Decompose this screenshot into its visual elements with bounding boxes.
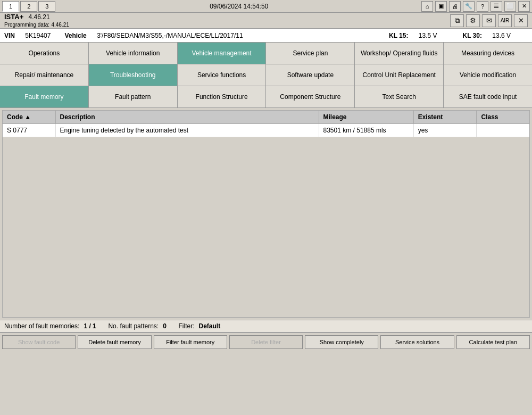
nav-service-plan[interactable]: Service plan bbox=[266, 43, 355, 64]
bottom-btn-service-solutions[interactable]: Service solutions bbox=[380, 335, 454, 349]
tab-2[interactable]: 2 bbox=[20, 1, 37, 12]
nav-operations[interactable]: Operations bbox=[0, 43, 89, 64]
kl-right: KL 15: 13.5 V KL 30: 13.6 V bbox=[389, 32, 528, 39]
gear-icon[interactable]: ⚙ bbox=[466, 14, 480, 27]
bottom-btn-show-completely[interactable]: Show completely bbox=[305, 335, 378, 349]
nav-vehicle-information[interactable]: Vehicle information bbox=[89, 43, 178, 64]
table-row[interactable]: S 0777 Engine tuning detected by the aut… bbox=[3, 124, 529, 137]
col-existent[interactable]: Existent bbox=[413, 111, 477, 124]
tab-3[interactable]: 3 bbox=[38, 1, 55, 12]
filter-label: Filter: bbox=[179, 322, 195, 330]
fault-patterns-label: No. fault patterns: bbox=[108, 322, 159, 330]
nav-function-structure[interactable]: Function Structure bbox=[178, 86, 267, 107]
bottom-btn-delete-fault-memory[interactable]: Delete fault memory bbox=[78, 335, 151, 349]
vehicle-value: 3'/F80/SEDAN/M3/S55,-/MANUAL/ECE/LL/2017… bbox=[97, 32, 243, 39]
bottom-btn-show-fault-code: Show fault code bbox=[2, 335, 76, 349]
cell-code: S 0777 bbox=[3, 124, 55, 137]
title-icons: ⌂ ▣ 🖨 🔧 ? ☰ ⬜ ✕ bbox=[421, 1, 530, 12]
nav-row-3: Fault memory Fault pattern Function Stru… bbox=[0, 86, 532, 108]
app-version: 4.46.21 bbox=[29, 13, 50, 21]
nav-workshop[interactable]: Workshop/ Operating fluids bbox=[355, 43, 444, 64]
fault-memories-label: Number of fault memories: bbox=[4, 322, 79, 330]
prog-data-version: 4.46.21 bbox=[51, 22, 69, 28]
bottom-btn-filter-fault-memory[interactable]: Filter fault memory bbox=[154, 335, 227, 349]
app-title-group: ISTA+ 4.46.21 Programming data: 4.46.21 bbox=[4, 13, 69, 28]
bottom-bar: Show fault codeDelete fault memoryFilter… bbox=[0, 333, 532, 351]
resize-icon[interactable]: ⬜ bbox=[504, 1, 516, 12]
nav-software-update[interactable]: Software update bbox=[266, 64, 355, 86]
fault-table-wrapper: Code ▲ Description Mileage Existent Clas… bbox=[2, 110, 530, 318]
cell-description: Engine tuning detected by the automated … bbox=[55, 124, 319, 137]
home-icon[interactable]: ⌂ bbox=[421, 1, 433, 12]
nav-service-functions[interactable]: Service functions bbox=[178, 64, 267, 86]
air-icon[interactable]: AIR bbox=[498, 14, 512, 27]
list-icon[interactable]: ☰ bbox=[491, 1, 502, 12]
nav-vehicle-management[interactable]: Vehicle management bbox=[178, 43, 267, 64]
cell-mileage: 83501 km / 51885 mls bbox=[319, 124, 413, 137]
fault-memories-value: 1 / 1 bbox=[84, 322, 96, 330]
title-bar: 1 2 3 09/06/2024 14:54:50 ⌂ ▣ 🖨 🔧 ? ☰ ⬜ … bbox=[0, 0, 532, 13]
nav-repair-maintenance[interactable]: Repair/ maintenance bbox=[0, 64, 89, 86]
table-header-row: Code ▲ Description Mileage Existent Clas… bbox=[3, 111, 529, 124]
nav-text-search[interactable]: Text Search bbox=[355, 86, 444, 107]
kl15-label: KL 15: 13.5 V bbox=[389, 32, 446, 39]
cell-existent: yes bbox=[413, 124, 477, 137]
monitor-icon[interactable]: ▣ bbox=[435, 1, 447, 12]
datetime-display: 09/06/2024 14:54:50 bbox=[56, 3, 421, 10]
col-code[interactable]: Code ▲ bbox=[3, 111, 55, 124]
mail-icon[interactable]: ✉ bbox=[482, 14, 496, 27]
vin-label: VIN bbox=[4, 32, 15, 39]
vehicle-label: Vehicle bbox=[64, 32, 86, 39]
nav-measuring-devices[interactable]: Measuring devices bbox=[444, 43, 532, 64]
col-description[interactable]: Description bbox=[55, 111, 319, 124]
fault-table: Code ▲ Description Mileage Existent Clas… bbox=[3, 111, 529, 137]
nav-sae-fault-code[interactable]: SAE fault code input bbox=[444, 86, 532, 107]
fault-patterns-value: 0 bbox=[163, 322, 167, 330]
nav-vehicle-modification[interactable]: Vehicle modification bbox=[444, 64, 532, 86]
kl30-label: KL 30: 13.6 V bbox=[462, 32, 519, 39]
prog-data-label: Programming data: bbox=[4, 22, 49, 28]
nav-control-unit-replacement[interactable]: Control Unit Replacement bbox=[355, 64, 444, 86]
help-icon[interactable]: ? bbox=[477, 1, 488, 12]
col-class[interactable]: Class bbox=[477, 111, 529, 124]
filter-value: Default bbox=[199, 322, 221, 330]
copy-icon[interactable]: ⧉ bbox=[450, 14, 464, 27]
app-title: ISTA+ bbox=[4, 13, 23, 21]
close-icon[interactable]: ✕ bbox=[518, 1, 530, 12]
wrench-icon[interactable]: 🔧 bbox=[463, 1, 475, 12]
nav-fault-memory[interactable]: Fault memory bbox=[0, 86, 89, 107]
col-mileage[interactable]: Mileage bbox=[319, 111, 413, 124]
app-bar: ISTA+ 4.46.21 Programming data: 4.46.21 … bbox=[0, 13, 532, 29]
bottom-btn-delete-filter: Delete filter bbox=[229, 335, 303, 349]
nav-row-2: Repair/ maintenance Troubleshooting Serv… bbox=[0, 64, 532, 86]
close-app-icon[interactable]: ✕ bbox=[514, 14, 528, 27]
vin-value: 5K19407 bbox=[25, 32, 51, 39]
nav-component-structure[interactable]: Component Structure bbox=[266, 86, 355, 107]
nav-fault-pattern[interactable]: Fault pattern bbox=[89, 86, 178, 107]
app-bar-icons: ⧉ ⚙ ✉ AIR ✕ bbox=[450, 14, 528, 27]
status-bar: Number of fault memories: 1 / 1 No. faul… bbox=[0, 320, 532, 333]
nav-row-1: Operations Vehicle information Vehicle m… bbox=[0, 43, 532, 64]
cell-class bbox=[477, 124, 529, 137]
tab-1[interactable]: 1 bbox=[2, 1, 19, 12]
bottom-btn-calculate-test-plan[interactable]: Calculate test plan bbox=[456, 335, 530, 349]
nav-troubleshooting[interactable]: Troubleshooting bbox=[89, 64, 178, 86]
vin-bar: VIN 5K19407 Vehicle 3'/F80/SEDAN/M3/S55,… bbox=[0, 29, 532, 43]
print-icon[interactable]: 🖨 bbox=[449, 1, 461, 12]
